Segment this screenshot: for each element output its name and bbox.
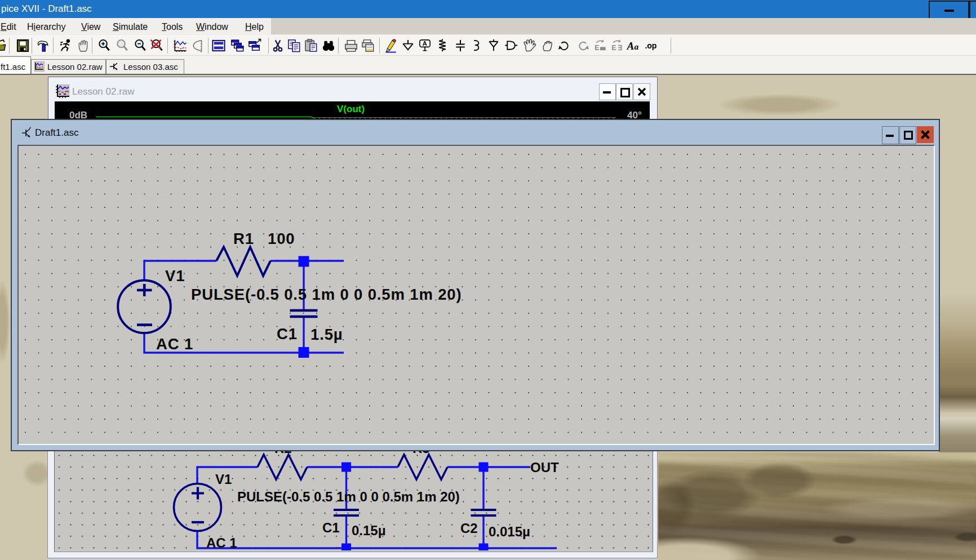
svg-text:100: 100: [268, 230, 295, 247]
svg-text:∃: ∃: [618, 44, 622, 52]
svg-text:PULSE(-0.5 0.5 1m 0 0 0.5m 1m: PULSE(-0.5 0.5 1m 0 0 0.5m 1m 20): [191, 286, 462, 303]
svg-text:C1: C1: [322, 520, 340, 535]
svg-text:PULSE(-0.5 0.5 1m 0 0 0.5m 1m: PULSE(-0.5 0.5 1m 0 0 0.5m 1m 20): [237, 489, 460, 504]
svg-text:V1: V1: [165, 267, 185, 285]
svg-text:AC 1: AC 1: [156, 335, 193, 353]
svg-text:A: A: [627, 40, 634, 52]
svg-text:A: A: [423, 40, 427, 47]
svg-text:1.5µ: 1.5µ: [310, 326, 343, 343]
svg-text:R1: R1: [233, 230, 254, 247]
svg-text:AC 1: AC 1: [206, 535, 237, 550]
svg-text:0.015µ: 0.015µ: [489, 524, 530, 539]
svg-text:C2: C2: [460, 521, 478, 536]
svg-text:V1: V1: [215, 472, 232, 487]
svg-text:0.15µ: 0.15µ: [352, 523, 386, 538]
svg-text:E: E: [595, 44, 599, 52]
svg-text:E: E: [611, 44, 616, 52]
svg-text:.op: .op: [645, 41, 656, 50]
svg-text:C1: C1: [277, 325, 298, 343]
svg-text:a: a: [634, 42, 638, 51]
svg-text:OUT: OUT: [530, 460, 559, 475]
